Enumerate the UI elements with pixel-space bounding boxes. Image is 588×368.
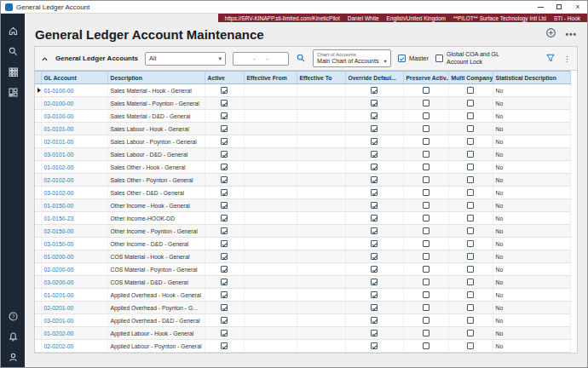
multi-company-checkbox[interactable] [467, 164, 474, 170]
multi-company-checkbox[interactable] [467, 342, 474, 349]
active-checkbox[interactable] [221, 342, 228, 349]
override-default-checkbox[interactable] [371, 291, 378, 298]
override-default-checkbox[interactable] [371, 202, 378, 209]
override-default-checkbox[interactable] [371, 189, 378, 196]
column-header-preserve-activ[interactable]: Preserve Activ... [403, 72, 448, 84]
preserve-activity-checkbox[interactable] [423, 138, 429, 145]
active-checkbox[interactable] [221, 189, 228, 196]
table-row[interactable]: 03-0150-00Other Income - D&D - GeneralNo [35, 238, 570, 250]
preserve-activity-checkbox[interactable] [423, 279, 429, 285]
sidebar-item-notifications[interactable] [1, 326, 25, 347]
table-row[interactable]: 02-0200-00COS Material - Poynton - Gener… [35, 263, 570, 276]
override-default-checkbox[interactable] [371, 227, 378, 234]
multi-company-checkbox[interactable] [467, 112, 474, 119]
table-row[interactable]: 01-0101-00Sales Labour - Hook - GeneralN… [35, 123, 570, 135]
table-row[interactable]: 02-0202-00Applied Labour - Poynton - Gen… [35, 340, 570, 353]
sidebar-item-account[interactable] [1, 347, 25, 367]
filter-button[interactable] [545, 51, 556, 66]
gl-account-link[interactable]: 01-0200-00 [44, 254, 74, 260]
preserve-activity-checkbox[interactable] [423, 240, 429, 247]
multi-company-checkbox[interactable] [467, 330, 474, 336]
override-default-checkbox[interactable] [371, 342, 378, 349]
multi-company-checkbox[interactable] [467, 266, 474, 273]
multi-company-checkbox[interactable] [467, 202, 474, 209]
preserve-activity-checkbox[interactable] [423, 304, 429, 311]
override-default-checkbox[interactable] [371, 279, 378, 285]
override-default-checkbox[interactable] [371, 330, 378, 336]
preserve-activity-checkbox[interactable] [423, 189, 429, 196]
gl-account-link[interactable]: 01-0150-00 [44, 203, 74, 209]
preserve-activity-checkbox[interactable] [423, 291, 429, 298]
column-header-multi-company[interactable]: Multi Company [448, 72, 493, 84]
account-filter-dropdown[interactable]: All ▾ [145, 52, 226, 66]
active-checkbox[interactable] [221, 279, 228, 285]
sidebar-item-search[interactable] [1, 41, 25, 61]
preserve-activity-checkbox[interactable] [423, 215, 429, 221]
master-checkbox[interactable] [398, 55, 406, 62]
table-row[interactable]: 02-0201-00Applied Overhead - Poynton - G… [35, 302, 570, 314]
active-checkbox[interactable] [221, 87, 228, 94]
column-header-active[interactable]: Active [205, 72, 244, 84]
table-row[interactable]: 03-0200-00COS Material - D&D - GeneralNo [35, 276, 570, 289]
table-row[interactable]: 03-0102-00Sales Other - D&D - GeneralNo [35, 187, 570, 199]
override-default-checkbox[interactable] [371, 304, 378, 311]
column-header-gl-account[interactable]: GL Account [41, 72, 107, 84]
sidebar-item-dashboard[interactable] [1, 82, 25, 102]
preserve-activity-checkbox[interactable] [423, 112, 429, 119]
sidebar-item-home[interactable] [1, 20, 25, 41]
multi-company-checkbox[interactable] [467, 176, 474, 183]
override-default-checkbox[interactable] [371, 266, 378, 273]
active-checkbox[interactable] [221, 202, 228, 209]
preserve-activity-checkbox[interactable] [423, 151, 429, 158]
multi-company-checkbox[interactable] [467, 125, 474, 132]
table-row[interactable]: 02-0101-00Sales Labour - Poynton - Gener… [35, 135, 570, 148]
multi-company-checkbox[interactable] [467, 189, 474, 196]
account-range-input[interactable] [233, 52, 289, 66]
column-header-override-defaul[interactable]: Override Defaul... [345, 72, 403, 84]
active-checkbox[interactable] [221, 125, 228, 132]
column-header-effective-to[interactable]: Effective To [297, 72, 345, 84]
gl-account-link[interactable]: 03-0100-00 [44, 113, 74, 119]
override-default-checkbox[interactable] [371, 317, 378, 324]
sidebar-item-apps[interactable] [1, 61, 25, 82]
table-row[interactable]: 01-0200-00COS Material - Hook - GeneralN… [35, 250, 570, 263]
active-checkbox[interactable] [221, 330, 228, 336]
preserve-activity-checkbox[interactable] [423, 100, 429, 106]
override-default-checkbox[interactable] [371, 100, 378, 106]
table-row[interactable]: 03-0101-00Sales Labour - D&D - GeneralNo [35, 148, 570, 161]
table-row[interactable]: 02-0150-00Other Income - Poynton - Gener… [35, 225, 570, 238]
column-header-statistical-description[interactable]: Statistical Description [493, 72, 570, 84]
chart-of-accounts-dropdown[interactable]: Chart of Accounts Main Chart of Accounts… [313, 49, 391, 67]
multi-company-checkbox[interactable] [467, 215, 474, 221]
multi-company-checkbox[interactable] [467, 253, 474, 260]
multi-company-checkbox[interactable] [467, 291, 474, 298]
preserve-activity-checkbox[interactable] [423, 317, 429, 324]
gl-account-link[interactable]: 02-0100-00 [44, 101, 74, 106]
multi-company-checkbox[interactable] [467, 100, 474, 106]
account-lookup-icon[interactable] [296, 51, 306, 66]
multi-company-checkbox[interactable] [467, 304, 474, 311]
gl-account-link[interactable]: 03-0102-00 [44, 190, 74, 196]
table-row[interactable]: 02-0102-00Sales Other - Poynton - Genera… [35, 174, 570, 187]
overflow-menu-button[interactable]: ••• [565, 30, 577, 39]
active-checkbox[interactable] [221, 112, 228, 119]
multi-company-checkbox[interactable] [467, 151, 474, 158]
column-header-effective-from[interactable]: Effective From [244, 72, 297, 84]
override-default-checkbox[interactable] [371, 112, 378, 119]
gl-account-link[interactable]: 01-0101-00 [44, 126, 74, 132]
sidebar-item-help[interactable]: ? [1, 306, 25, 326]
active-checkbox[interactable] [221, 138, 228, 145]
override-default-checkbox[interactable] [371, 151, 378, 158]
active-checkbox[interactable] [221, 304, 228, 311]
table-row[interactable]: 01-0202-00Applied Labour - Hook - Genera… [35, 327, 570, 340]
active-checkbox[interactable] [221, 266, 228, 273]
override-default-checkbox[interactable] [371, 87, 378, 94]
table-row[interactable]: 01-0100-00Sales Material - Hook - Genera… [35, 84, 570, 97]
table-row[interactable]: 03-0100-00Sales Material - D&D - General… [35, 110, 570, 123]
gl-account-link[interactable]: 01-0100-00 [44, 88, 74, 94]
multi-company-checkbox[interactable] [467, 87, 474, 94]
preserve-activity-checkbox[interactable] [423, 342, 429, 349]
active-checkbox[interactable] [221, 240, 228, 247]
preserve-activity-checkbox[interactable] [423, 266, 429, 273]
active-checkbox[interactable] [221, 317, 228, 324]
